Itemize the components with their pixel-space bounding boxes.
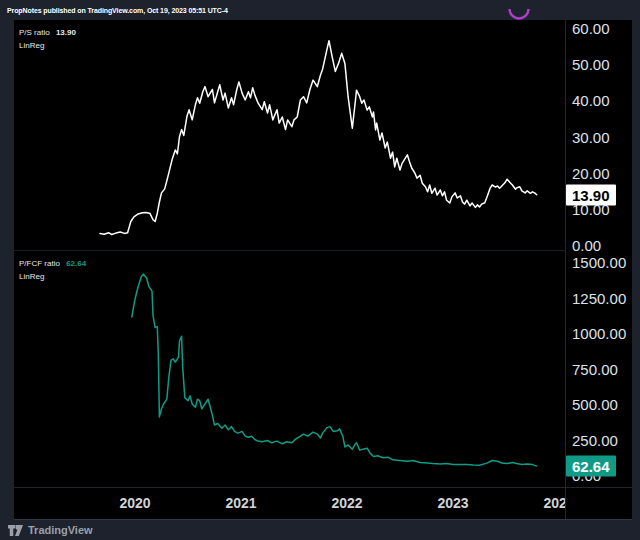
chart-widget[interactable]: P/S ratio 13.90 LinReg P/FCF ratio 62.64… bbox=[14, 20, 632, 520]
snapshot-header: PropNotes published on TradingView.com, … bbox=[0, 0, 640, 20]
snapshot-attribution: PropNotes published on TradingView.com, … bbox=[7, 7, 228, 14]
time-axis-label: 2020 bbox=[119, 495, 150, 511]
price-tick-label: 20.00 bbox=[572, 164, 610, 181]
time-axis-label: 2021 bbox=[225, 495, 256, 511]
ps-ratio-label: P/S ratio bbox=[19, 28, 50, 37]
price-tick-label: 0.00 bbox=[572, 237, 601, 254]
purple-half-circle-icon bbox=[508, 9, 530, 20]
ps-linreg-label: LinReg bbox=[19, 39, 76, 52]
price-tick-label: 250.00 bbox=[572, 431, 618, 448]
time-axis-border bbox=[14, 487, 632, 488]
time-axis-label: 2022 bbox=[331, 495, 362, 511]
price-tick-label: 60.00 bbox=[572, 20, 610, 37]
price-tick-label: 1500.00 bbox=[572, 254, 626, 271]
last-value-badge-ps: 13.90 bbox=[566, 184, 616, 205]
tradingview-brand[interactable]: TradingView bbox=[28, 524, 93, 536]
pane-divider bbox=[14, 250, 632, 251]
snapshot-footer: TradingView bbox=[0, 520, 640, 540]
price-tick-label: 40.00 bbox=[572, 92, 610, 109]
time-axis-label: 2024 bbox=[543, 495, 565, 511]
price-tick-label: 750.00 bbox=[572, 360, 618, 377]
price-tick-label: 30.00 bbox=[572, 128, 610, 145]
pfcf-linreg-label: LinReg bbox=[19, 270, 86, 283]
tradingview-tv-logo-icon[interactable] bbox=[8, 525, 23, 536]
time-axis-label: 2023 bbox=[437, 495, 468, 511]
price-tick-label: 50.00 bbox=[572, 56, 610, 73]
pfcf-ratio-label: P/FCF ratio bbox=[19, 259, 60, 268]
price-tick-label: 1250.00 bbox=[572, 289, 626, 306]
ps-ratio-line bbox=[100, 41, 537, 235]
price-tick-label: 500.00 bbox=[572, 396, 618, 413]
plot-area[interactable] bbox=[14, 20, 565, 487]
price-axis[interactable]: 13.90 62.64 60.0050.0040.0030.0020.0010.… bbox=[565, 20, 632, 519]
ps-ratio-value: 13.90 bbox=[56, 28, 76, 37]
pfcf-ratio-value: 62.64 bbox=[66, 259, 86, 268]
legend-ps: P/S ratio 13.90 LinReg bbox=[19, 26, 76, 52]
pfcf-ratio-line bbox=[132, 274, 537, 466]
price-tick-label: 1000.00 bbox=[572, 325, 626, 342]
legend-pfcf: P/FCF ratio 62.64 LinReg bbox=[19, 257, 86, 283]
tradingview-snapshot-page: { "header": { "attribution": "PropNotes … bbox=[0, 0, 640, 540]
last-value-badge-pfcf: 62.64 bbox=[566, 456, 616, 477]
time-axis[interactable]: 20202021202220232024 bbox=[14, 488, 565, 519]
